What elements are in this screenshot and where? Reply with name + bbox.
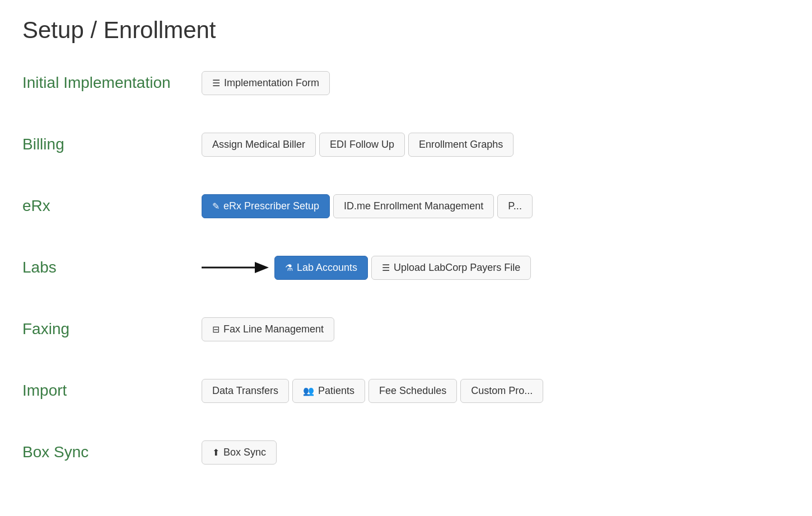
flask-icon: ⚗ <box>285 262 293 273</box>
print-icon: ⊟ <box>212 324 220 335</box>
section-buttons-initial-implementation: ☰Implementation Form <box>202 71 330 95</box>
button-erx-prescriber-setup[interactable]: ✎eRx Prescriber Setup <box>202 194 330 218</box>
button-fax-line-management[interactable]: ⊟Fax Line Management <box>202 317 334 341</box>
section-buttons-erx: ✎eRx Prescriber SetupID.me Enrollment Ma… <box>202 194 533 218</box>
button-label-assign-medical-biller: Assign Medical Biller <box>212 139 305 151</box>
button-data-transfers[interactable]: Data Transfers <box>202 379 289 403</box>
section-label-box-sync: Box Sync <box>22 443 202 461</box>
button-upload-labcorp-payers-file[interactable]: ☰Upload LabCorp Payers File <box>371 256 531 280</box>
button-lab-accounts[interactable]: ⚗Lab Accounts <box>274 256 368 280</box>
button-label-data-transfers: Data Transfers <box>212 385 278 397</box>
section-label-import: Import <box>22 382 202 400</box>
button-edi-follow-up[interactable]: EDI Follow Up <box>319 133 405 157</box>
section-label-labs: Labs <box>22 259 202 276</box>
button-implementation-form[interactable]: ☰Implementation Form <box>202 71 330 95</box>
svg-marker-1 <box>255 262 269 273</box>
section-buttons-faxing: ⊟Fax Line Management <box>202 317 334 341</box>
button-label-fee-schedules: Fee Schedules <box>379 385 446 397</box>
button-label-implementation-form: Implementation Form <box>224 77 319 89</box>
list-icon: ☰ <box>382 262 390 273</box>
button-label-idme-enrollment-management: ID.me Enrollment Management <box>344 200 483 212</box>
section-row-faxing: Faxing⊟Fax Line Management <box>22 312 790 346</box>
button-label-erx-more: P... <box>508 200 522 212</box>
section-buttons-import: Data Transfers👥PatientsFee SchedulesCust… <box>202 379 543 403</box>
button-label-edi-follow-up: EDI Follow Up <box>330 139 394 151</box>
button-fee-schedules[interactable]: Fee Schedules <box>368 379 457 403</box>
edit-icon: ✎ <box>212 201 220 212</box>
button-assign-medical-biller[interactable]: Assign Medical Biller <box>202 133 316 157</box>
section-label-faxing: Faxing <box>22 320 202 338</box>
button-label-custom-pro: Custom Pro... <box>471 385 533 397</box>
section-row-initial-implementation: Initial Implementation☰Implementation Fo… <box>22 66 790 100</box>
section-row-import: ImportData Transfers👥PatientsFee Schedul… <box>22 374 790 407</box>
page-title: Setup / Enrollment <box>22 17 790 44</box>
button-box-sync-btn[interactable]: ⬆Box Sync <box>202 440 277 465</box>
button-label-upload-labcorp-payers-file: Upload LabCorp Payers File <box>394 262 520 274</box>
section-label-initial-implementation: Initial Implementation <box>22 74 202 92</box>
section-label-erx: eRx <box>22 197 202 215</box>
section-buttons-box-sync: ⬆Box Sync <box>202 440 277 465</box>
button-erx-more[interactable]: P... <box>497 194 533 218</box>
button-label-patients: Patients <box>318 385 354 397</box>
sections-container: Initial Implementation☰Implementation Fo… <box>22 66 790 469</box>
button-idme-enrollment-management[interactable]: ID.me Enrollment Management <box>333 194 494 218</box>
section-buttons-labs: ⚗Lab Accounts☰Upload LabCorp Payers File <box>274 256 531 280</box>
button-patients[interactable]: 👥Patients <box>292 379 365 403</box>
section-row-box-sync: Box Sync⬆Box Sync <box>22 435 790 469</box>
button-label-lab-accounts: Lab Accounts <box>297 262 357 274</box>
button-label-erx-prescriber-setup: eRx Prescriber Setup <box>223 200 319 212</box>
section-row-billing: BillingAssign Medical BillerEDI Follow U… <box>22 128 790 161</box>
section-label-billing: Billing <box>22 135 202 153</box>
section-row-labs: Labs ⚗Lab Accounts☰Upload LabCorp Payers… <box>22 251 790 284</box>
button-custom-pro[interactable]: Custom Pro... <box>460 379 543 403</box>
button-label-box-sync-btn: Box Sync <box>223 447 266 458</box>
upload-icon: ⬆ <box>212 447 220 458</box>
arrow-labs <box>202 259 269 276</box>
button-label-fax-line-management: Fax Line Management <box>223 323 324 335</box>
page-container: Setup / Enrollment Initial Implementatio… <box>0 0 812 514</box>
list-icon: ☰ <box>212 78 220 88</box>
section-buttons-billing: Assign Medical BillerEDI Follow UpEnroll… <box>202 133 514 157</box>
button-enrollment-graphs[interactable]: Enrollment Graphs <box>408 133 514 157</box>
section-row-erx: eRx✎eRx Prescriber SetupID.me Enrollment… <box>22 189 790 223</box>
button-label-enrollment-graphs: Enrollment Graphs <box>419 139 503 151</box>
people-icon: 👥 <box>303 386 314 396</box>
